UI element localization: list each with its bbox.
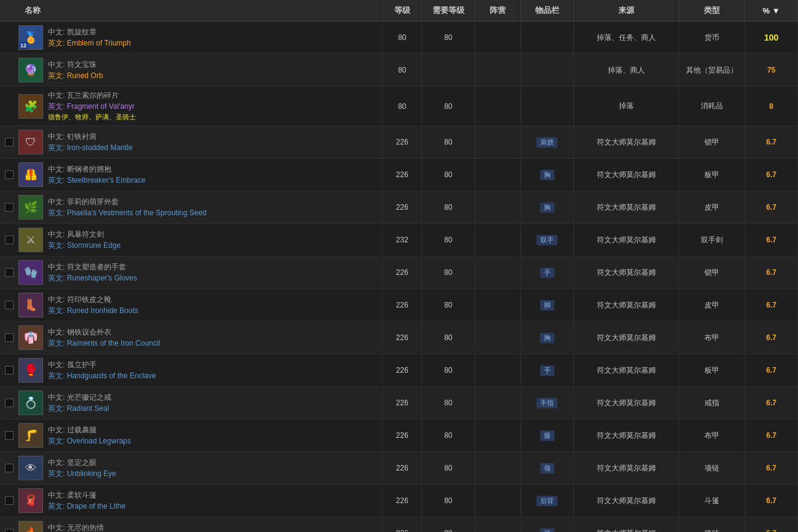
table-row[interactable]: 🛡中文: 钉铁衬肩英文: Iron-studded Mantle22680肩膀符… xyxy=(0,126,798,159)
item-checkbox[interactable] xyxy=(5,301,14,309)
item-classes: 德鲁伊、牧师、萨满、圣骑士 xyxy=(48,113,136,122)
item-name-cell: 🏅12中文: 凯旋纹章英文: Emblem of Triumph xyxy=(0,22,382,54)
item-req-level: 80 xyxy=(422,191,475,224)
item-en-name[interactable]: 英文: Stormrune Edge xyxy=(48,240,121,251)
item-slot xyxy=(521,22,573,54)
item-faction xyxy=(474,517,521,533)
item-checkbox[interactable] xyxy=(5,529,14,532)
item-en-name[interactable]: 英文: Unblinking Eye xyxy=(48,469,116,479)
item-level: 226 xyxy=(382,452,421,485)
item-checkbox[interactable] xyxy=(5,268,14,277)
item-icon: 🧩 xyxy=(18,94,43,119)
item-type: 项链 xyxy=(679,517,745,533)
item-icon: 🧤 xyxy=(18,260,43,285)
item-type: 板甲 xyxy=(679,354,745,387)
item-faction xyxy=(474,387,521,419)
item-name-cell: 🧩中文: 瓦兰索尔的碎片英文: Fragment of Val'anyr德鲁伊、… xyxy=(0,87,382,126)
table-row[interactable]: 🦺中文: 断钢者的拥抱英文: Steelbreaker's Embrace226… xyxy=(0,159,798,191)
item-en-name[interactable]: 英文: Phaelia's Vestments of the Sprouting… xyxy=(48,208,207,218)
col-header-source[interactable]: 来源 xyxy=(573,0,679,22)
item-type: 布甲 xyxy=(679,322,745,354)
item-pct: 6.7 xyxy=(745,191,798,224)
col-header-type[interactable]: 类型 xyxy=(679,0,745,22)
table-row[interactable]: 💍中文: 光芒徽记之戒英文: Radiant Seal22680手指符文大师莫尔… xyxy=(0,387,798,419)
item-faction xyxy=(474,159,521,191)
item-en-name[interactable]: 英文: Iron-studded Mantle xyxy=(48,143,132,153)
item-checkbox[interactable] xyxy=(5,464,14,472)
item-cn-name: 中文: 钉铁衬肩 xyxy=(48,132,132,142)
item-en-name[interactable]: 英文: Overload Legwraps xyxy=(48,436,131,447)
col-header-slot[interactable]: 物品栏 xyxy=(521,0,573,22)
table-row[interactable]: 🏅12中文: 凯旋纹章英文: Emblem of Triumph8080掉落、任… xyxy=(0,22,798,54)
item-slot: 手 xyxy=(521,256,573,289)
table-row[interactable]: 🦵中文: 过载裹腿英文: Overload Legwraps22680腿符文大师… xyxy=(0,419,798,452)
table-row[interactable]: 👘中文: 钢铁议会外衣英文: Raiments of the Iron Coun… xyxy=(0,322,798,354)
item-source: 掉落、商人 xyxy=(573,54,679,87)
item-checkbox[interactable] xyxy=(5,399,14,407)
item-level: 226 xyxy=(382,419,421,452)
item-type: 布甲 xyxy=(679,419,745,452)
item-type: 消耗品 xyxy=(679,87,745,126)
item-source: 符文大师莫尔基姆 xyxy=(573,256,679,289)
item-en-name[interactable]: 英文: Handguards of the Enclave xyxy=(48,371,156,381)
item-faction xyxy=(474,256,521,289)
item-en-name[interactable]: 英文: Drape of the Lithe xyxy=(48,501,126,512)
item-en-name[interactable]: 英文: Runed Orb xyxy=(48,71,103,81)
col-header-req-level[interactable]: 需要等级 xyxy=(422,0,475,22)
item-name-cell: 🔮中文: 符文宝珠英文: Runed Orb xyxy=(0,54,382,87)
item-checkbox[interactable] xyxy=(5,431,14,440)
col-header-pct[interactable]: % ▼ xyxy=(745,0,798,22)
table-row[interactable]: 🧩中文: 瓦兰索尔的碎片英文: Fragment of Val'anyr德鲁伊、… xyxy=(0,87,798,126)
item-source: 符文大师莫尔基姆 xyxy=(573,387,679,419)
item-level: 226 xyxy=(382,322,421,354)
item-req-level: 80 xyxy=(422,354,475,387)
item-checkbox[interactable] xyxy=(5,366,14,375)
item-slot: 手指 xyxy=(521,387,573,419)
item-slot: 脚 xyxy=(521,289,573,322)
item-slot: 胸 xyxy=(521,191,573,224)
item-faction xyxy=(474,322,521,354)
item-type: 锁甲 xyxy=(679,126,745,159)
item-en-name[interactable]: 英文: Runed Ironhide Boots xyxy=(48,306,138,316)
col-header-name[interactable]: 名称 xyxy=(0,0,382,22)
item-text-block: 中文: 断钢者的拥抱英文: Steelbreaker's Embrace xyxy=(48,164,145,186)
item-en-name[interactable]: 英文: Emblem of Triumph xyxy=(48,38,131,49)
item-name-cell: 👁中文: 坚定之眼英文: Unblinking Eye xyxy=(0,452,382,485)
item-en-name[interactable]: 英文: Fragment of Val'anyr xyxy=(48,101,136,112)
item-faction xyxy=(474,126,521,159)
item-checkbox[interactable] xyxy=(5,170,14,179)
table-row[interactable]: 👁中文: 坚定之眼英文: Unblinking Eye22680颈符文大师莫尔基… xyxy=(0,452,798,485)
table-row[interactable]: 🔥中文: 无尽的热情英文: Insurmountable Fervor22680… xyxy=(0,517,798,533)
item-icon: 🌿 xyxy=(18,195,43,220)
item-slot xyxy=(521,54,573,87)
item-name-cell: 🥊中文: 孤立护手英文: Handguards of the Enclave xyxy=(0,354,382,387)
item-text-block: 中文: 菲莉的萌芽外套英文: Phaelia's Vestments of th… xyxy=(48,197,207,218)
item-en-name[interactable]: 英文: Steelbreaker's Embrace xyxy=(48,175,145,186)
item-type: 皮甲 xyxy=(679,191,745,224)
table-row[interactable]: 👢中文: 符印铁皮之靴英文: Runed Ironhide Boots22680… xyxy=(0,289,798,322)
item-name-cell: 🦵中文: 过载裹腿英文: Overload Legwraps xyxy=(0,419,382,452)
table-row[interactable]: 🧣中文: 柔软斗篷英文: Drape of the Lithe22680后背符文… xyxy=(0,485,798,517)
col-header-faction[interactable]: 阵营 xyxy=(474,0,521,22)
table-row[interactable]: 🧤中文: 符文塑造者的手套英文: Runeshaper's Gloves2268… xyxy=(0,256,798,289)
item-checkbox[interactable] xyxy=(5,333,14,342)
item-req-level: 80 xyxy=(422,322,475,354)
item-checkbox[interactable] xyxy=(5,496,14,505)
table-row[interactable]: 🌿中文: 菲莉的萌芽外套英文: Phaelia's Vestments of t… xyxy=(0,191,798,224)
item-en-name[interactable]: 英文: Raiments of the Iron Council xyxy=(48,338,160,349)
table-row[interactable]: 🥊中文: 孤立护手英文: Handguards of the Enclave22… xyxy=(0,354,798,387)
item-cn-name: 中文: 断钢者的拥抱 xyxy=(48,164,145,175)
item-en-name[interactable]: 英文: Radiant Seal xyxy=(48,403,111,414)
item-checkbox[interactable] xyxy=(5,138,14,146)
item-checkbox[interactable] xyxy=(5,236,14,244)
item-checkbox[interactable] xyxy=(5,203,14,212)
item-en-name[interactable]: 英文: Runeshaper's Gloves xyxy=(48,273,137,284)
table-row[interactable]: ⚔中文: 风暴符文剑英文: Stormrune Edge23280双手符文大师莫… xyxy=(0,224,798,256)
item-icon: 👘 xyxy=(18,325,43,350)
col-header-level[interactable]: 等级 xyxy=(382,0,421,22)
item-text-block: 中文: 柔软斗篷英文: Drape of the Lithe xyxy=(48,490,126,512)
item-slot: 颈 xyxy=(521,517,573,533)
item-name-cell: 💍中文: 光芒徽记之戒英文: Radiant Seal xyxy=(0,387,382,419)
item-cn-name: 中文: 钢铁议会外衣 xyxy=(48,327,160,338)
table-row[interactable]: 🔮中文: 符文宝珠英文: Runed Orb80掉落、商人其他（贸易品）75 xyxy=(0,54,798,87)
